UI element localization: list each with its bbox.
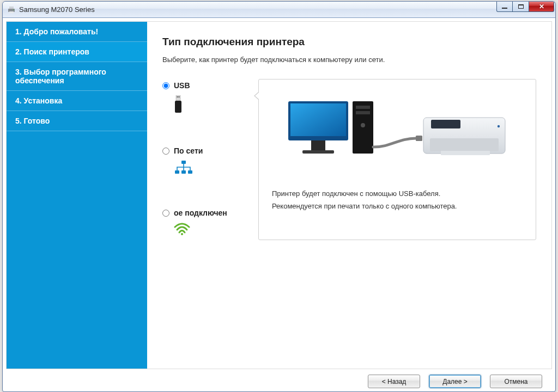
step-software-selection: 3. Выбор программного обеспечения — [7, 62, 147, 91]
window-buttons: ✕ — [496, 1, 554, 12]
option-usb[interactable]: USB — [162, 81, 258, 114]
radio-usb[interactable] — [162, 82, 169, 89]
option-wireless[interactable]: ое подключен — [162, 209, 258, 236]
svg-rect-7 — [175, 101, 181, 113]
window-title: Samsung M2070 Series — [19, 5, 95, 14]
close-icon: ✕ — [539, 3, 544, 10]
maximize-icon — [518, 4, 524, 9]
titlebar[interactable]: Samsung M2070 Series ✕ — [3, 2, 555, 18]
connection-diagram — [272, 97, 523, 173]
svg-rect-21 — [416, 136, 422, 141]
step-install: 4. Установка — [7, 91, 147, 111]
svg-rect-5 — [177, 96, 178, 97]
svg-rect-19 — [356, 111, 370, 114]
wizard-content: Тип подключения принтера Выберите, как п… — [147, 22, 551, 369]
svg-rect-18 — [356, 106, 370, 109]
radio-network[interactable] — [162, 148, 169, 155]
next-button[interactable]: Далее > — [429, 375, 481, 388]
network-icon — [174, 161, 193, 176]
option-network-label: По сети — [174, 146, 203, 155]
usb-cable-icon — [373, 136, 422, 147]
svg-rect-16 — [302, 150, 334, 154]
cancel-button[interactable]: Отмена — [490, 375, 542, 388]
svg-rect-9 — [175, 170, 179, 174]
svg-rect-4 — [176, 95, 180, 101]
svg-point-25 — [498, 125, 500, 127]
preview-text-1: Принтер будет подключен с помощью USB-ка… — [272, 189, 523, 198]
radio-wireless[interactable] — [162, 210, 169, 217]
svg-rect-6 — [179, 96, 180, 97]
svg-rect-26 — [441, 151, 490, 155]
wizard-footer: < Назад Далее > Отмена — [6, 369, 552, 388]
svg-rect-10 — [181, 170, 186, 174]
preview-text-2: Рекомендуется при печати только с одного… — [272, 202, 523, 210]
step-welcome: 1. Добро пожаловать! — [7, 22, 147, 42]
maximize-button[interactable] — [513, 1, 529, 12]
printer-icon — [423, 118, 505, 155]
wizard-steps-sidebar: 1. Добро пожаловать! 2. Поиск принтеров … — [7, 22, 147, 369]
monitor-icon — [288, 101, 348, 154]
svg-rect-8 — [181, 161, 186, 164]
page-title: Тип подключения принтера — [162, 36, 536, 48]
minimize-icon — [502, 8, 507, 9]
svg-rect-14 — [290, 103, 346, 136]
svg-rect-1 — [9, 7, 14, 9]
connection-preview-panel: Принтер будет подключен с помощью USB-ка… — [258, 79, 536, 240]
step-finish: 5. Готово — [7, 111, 147, 131]
usb-icon — [174, 95, 183, 114]
option-usb-label: USB — [174, 81, 190, 90]
printer-app-icon — [7, 5, 16, 14]
wifi-icon — [174, 223, 190, 236]
back-button[interactable]: < Назад — [368, 375, 420, 388]
svg-rect-23 — [430, 138, 499, 151]
option-network[interactable]: По сети — [162, 146, 258, 176]
close-button[interactable]: ✕ — [529, 1, 554, 12]
installer-window: Samsung M2070 Series ✕ 1. Добро пожалова… — [2, 1, 556, 392]
pc-tower-icon — [353, 101, 373, 154]
minimize-button[interactable] — [496, 1, 513, 12]
svg-rect-15 — [311, 140, 325, 150]
step-search-printers: 2. Поиск принтеров — [7, 42, 147, 62]
page-subtitle: Выберите, как принтер будет подключаться… — [162, 56, 536, 64]
svg-rect-11 — [188, 170, 192, 174]
option-wireless-label: ое подключен — [174, 209, 227, 217]
svg-rect-24 — [431, 120, 460, 128]
connection-options: USB — [162, 79, 258, 240]
svg-point-3 — [13, 9, 14, 10]
svg-point-20 — [361, 123, 365, 127]
svg-point-12 — [181, 233, 183, 235]
svg-rect-2 — [9, 11, 14, 13]
